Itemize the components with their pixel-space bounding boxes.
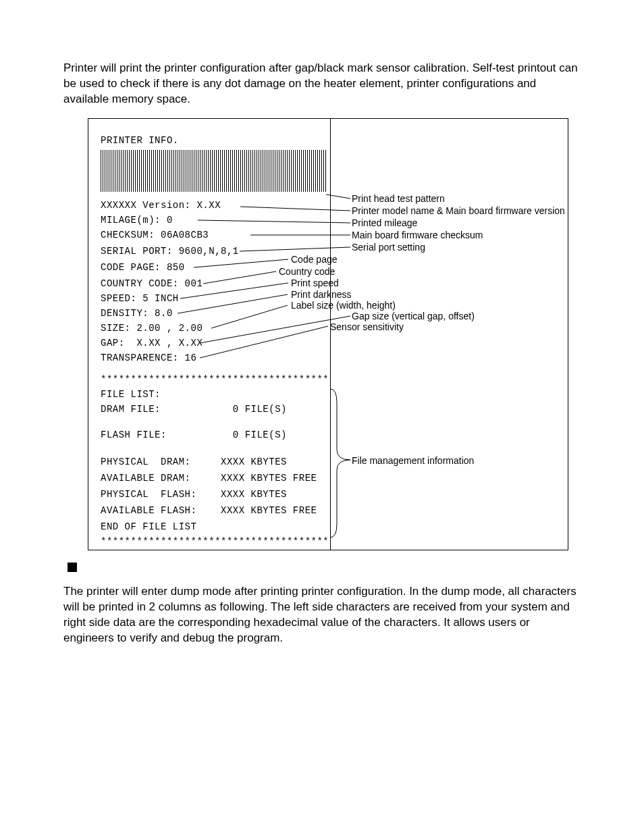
- svg-line-1: [240, 207, 350, 211]
- svg-line-9: [211, 305, 288, 328]
- svg-line-2: [198, 220, 350, 223]
- svg-line-6: [203, 271, 276, 284]
- svg-line-11: [200, 326, 328, 358]
- dump-mode-paragraph: The printer will enter dump mode after p…: [63, 584, 583, 646]
- bullet-square: [68, 563, 77, 572]
- svg-line-7: [180, 283, 288, 298]
- svg-line-0: [326, 194, 350, 199]
- printout-diagram: PRINTER INFO. XXXXXX Version: X.XX MILAG…: [88, 118, 568, 550]
- svg-line-4: [240, 247, 350, 251]
- leader-lines: [88, 119, 568, 550]
- svg-line-5: [194, 259, 288, 267]
- intro-paragraph: Printer will print the printer configura…: [63, 61, 583, 107]
